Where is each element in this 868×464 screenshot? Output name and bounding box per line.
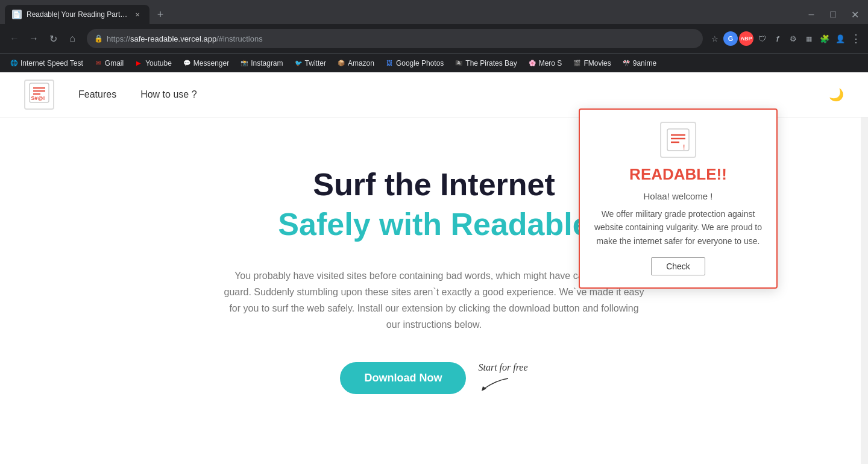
logo-icon: S#@! [28, 82, 50, 107]
ext-shield-icon[interactable]: 🛡 [755, 31, 769, 46]
start-free-annotation: Start for free [478, 362, 527, 393]
popup-logo-icon: ! [660, 122, 696, 158]
lock-icon: 🔒 [94, 34, 103, 43]
ext-avatar-icon[interactable]: 👤 [833, 31, 848, 46]
back-button[interactable]: ← [5, 29, 24, 48]
bookmark-gmail[interactable]: ✉ Gmail [89, 57, 128, 70]
bookmark-mero-label: Mero S [539, 59, 562, 67]
ext-menu-icon[interactable]: ⋮ [849, 31, 863, 46]
extension-icons: ☆ G ABP 🛡 f ⚙ ▦ 🧩 👤 ⋮ [708, 31, 863, 46]
bookmarks-bar: 🌐 Internet Speed Test ✉ Gmail ▶ Youtube … [0, 53, 868, 72]
bookmark-twitter-label: Twitter [305, 59, 326, 67]
bookmark-gmail-label: Gmail [105, 59, 124, 67]
instagram-icon: 📸 [240, 59, 248, 67]
9anime-icon: 🎌 [622, 59, 631, 67]
ext-abp-icon[interactable]: ABP [739, 31, 753, 46]
popup-welcome: Holaa! welcome ! [592, 191, 764, 201]
download-button[interactable]: Download Now [340, 362, 466, 394]
ext-puzzle-icon[interactable]: 🧩 [817, 31, 832, 46]
reload-button[interactable]: ↻ [43, 29, 63, 48]
popup-body: We offer military grade protection again… [592, 207, 764, 248]
bookmark-amazon[interactable]: 📦 Amazon [332, 57, 379, 70]
tab-bar: 📄 Readable| Your Reading Partner ✕ + – □… [0, 0, 868, 24]
bookmark-amazon-label: Amazon [348, 59, 374, 67]
youtube-icon: ▶ [134, 59, 143, 67]
scrollbar[interactable] [861, 72, 868, 464]
minimize-button[interactable]: – [803, 6, 820, 23]
svg-rect-6 [667, 129, 689, 151]
bookmark-9anime-label: 9anime [633, 59, 656, 67]
website-content: S#@! Features How to use ? 🌙 Surf the In… [0, 72, 868, 464]
tab-close-button[interactable]: ✕ [133, 10, 142, 19]
messenger-icon: 💬 [183, 59, 191, 67]
popup-icon-area: ! [592, 122, 764, 158]
bookmark-messenger-label: Messenger [193, 59, 229, 67]
close-button[interactable]: ✕ [846, 6, 863, 23]
fmovies-icon: 🎬 [573, 59, 581, 67]
bookmark-google-photos[interactable]: 🖼 Google Photos [380, 57, 448, 70]
site-logo: S#@! [24, 80, 54, 110]
tab-title: Readable| Your Reading Partner [27, 10, 128, 19]
bookmark-messenger[interactable]: 💬 Messenger [178, 57, 234, 70]
window-controls: – □ ✕ [803, 6, 863, 23]
bookmark-speed-test[interactable]: 🌐 Internet Speed Test [5, 57, 88, 70]
tab-favicon: 📄 [12, 10, 22, 19]
bookmark-twitter[interactable]: 🐦 Twitter [289, 57, 331, 70]
popup-panel: ! READABLE!! Holaa! welcome ! We offer m… [579, 108, 778, 289]
bookmark-mero[interactable]: 🌸 Mero S [523, 57, 567, 70]
gmail-icon: ✉ [94, 59, 102, 67]
bookmark-fmovies-label: FMovies [583, 59, 611, 67]
bookmark-instagram-label: Instagram [251, 59, 283, 67]
mero-icon: 🌸 [528, 59, 536, 67]
google-photos-icon: 🖼 [385, 59, 394, 67]
popup-check-button[interactable]: Check [651, 257, 705, 275]
pirates-bay-icon: 🏴‍☠️ [454, 59, 463, 67]
maximize-button[interactable]: □ [825, 6, 841, 23]
bookmark-instagram[interactable]: 📸 Instagram [235, 57, 288, 70]
forward-button[interactable]: → [24, 29, 43, 48]
star-icon[interactable]: ☆ [708, 31, 722, 46]
ext-settings-icon[interactable]: ⚙ [786, 31, 800, 46]
active-tab[interactable]: 📄 Readable| Your Reading Partner ✕ [5, 5, 149, 24]
speed-test-icon: 🌐 [10, 59, 18, 67]
twitter-icon: 🐦 [294, 59, 303, 67]
ext-f-icon[interactable]: f [770, 31, 785, 46]
download-area: Download Now Start for free [121, 362, 747, 394]
bookmark-fmovies[interactable]: 🎬 FMovies [568, 57, 615, 70]
bookmark-google-photos-label: Google Photos [396, 59, 444, 67]
amazon-icon: 📦 [337, 59, 345, 67]
popup-title: READABLE!! [592, 165, 764, 184]
browser-controls: ← → ↻ ⌂ 🔒 https://safe-readable.vercel.a… [0, 24, 868, 53]
bookmark-youtube[interactable]: ▶ Youtube [130, 57, 177, 70]
nav-how-to-use[interactable]: How to use ? [140, 89, 197, 100]
address-bar[interactable]: 🔒 https://safe-readable.vercel.app/#inst… [87, 29, 703, 48]
bookmark-pirates-bay[interactable]: 🏴‍☠️ The Pirates Bay [450, 57, 521, 70]
nav-links: Features How to use ? [78, 89, 197, 100]
svg-text:S#@!: S#@! [31, 95, 45, 101]
svg-text:!: ! [683, 144, 685, 151]
home-button[interactable]: ⌂ [63, 29, 82, 48]
start-free-text: Start for free [478, 362, 527, 373]
dark-mode-toggle[interactable]: 🌙 [829, 87, 844, 102]
bookmark-pirates-bay-label: The Pirates Bay [465, 59, 517, 67]
browser-chrome: 📄 Readable| Your Reading Partner ✕ + – □… [0, 0, 868, 72]
bookmark-youtube-label: Youtube [145, 59, 172, 67]
new-tab-button[interactable]: + [152, 6, 169, 23]
bookmark-speed-test-label: Internet Speed Test [20, 59, 83, 67]
nav-features[interactable]: Features [78, 89, 116, 100]
ext-grid-icon[interactable]: ▦ [802, 31, 816, 46]
bookmark-9anime[interactable]: 🎌 9anime [617, 57, 661, 70]
url-text: https://safe-readable.vercel.app/#instru… [107, 34, 696, 43]
ext-g-icon[interactable]: G [723, 31, 738, 46]
arrow-icon [478, 375, 514, 393]
